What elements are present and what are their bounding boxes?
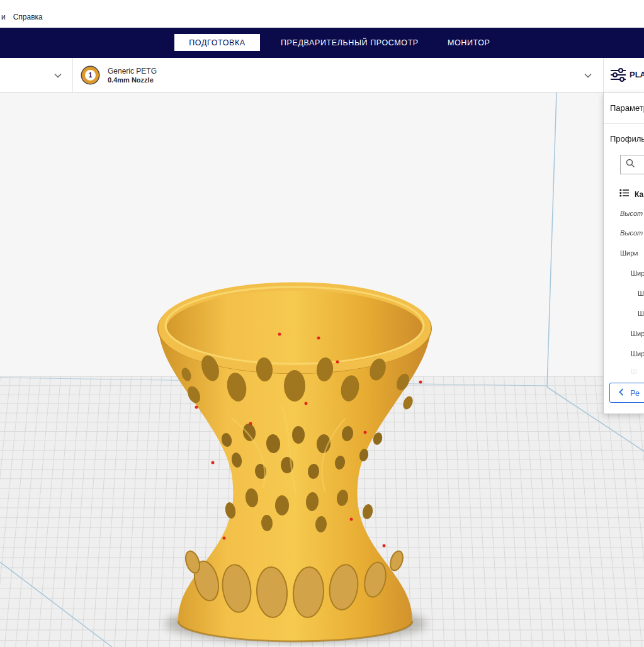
- setting-row[interactable]: Ш: [638, 310, 644, 317]
- settings-category-quality[interactable]: Ка: [619, 188, 643, 200]
- configuration-bar: 1 Generic PETG 0.4mm Nozzle PLA: [0, 58, 644, 93]
- material-dropdown-chevron-down-icon[interactable]: [584, 73, 592, 78]
- material-name[interactable]: Generic PETG: [108, 67, 157, 76]
- print-settings-panel: Параметр Профиль Ка Высот Вы: [603, 93, 644, 414]
- panel-divider: [604, 123, 644, 124]
- setting-row[interactable]: Шир: [631, 350, 644, 357]
- search-icon: [626, 159, 635, 171]
- settings-list-fade: [604, 356, 644, 380]
- config-bar-divider: [603, 58, 604, 92]
- tab-prepare[interactable]: ПОДГОТОВКА: [174, 34, 260, 51]
- settings-category-label: Ка: [635, 190, 643, 199]
- tab-preview[interactable]: ПРЕДВАРИТЕЛЬНЫЙ ПРОСМОТР: [281, 28, 419, 58]
- setting-row[interactable]: Шир: [631, 330, 644, 337]
- print-settings-sliders-icon[interactable]: [610, 68, 626, 84]
- recommended-mode-button[interactable]: Ре: [609, 383, 644, 403]
- chevron-left-icon: [619, 388, 624, 398]
- setting-row[interactable]: Шири: [620, 249, 638, 257]
- profile-label[interactable]: Профиль: [610, 134, 644, 143]
- stage-tab-bar: ПОДГОТОВКА ПРЕДВАРИТЕЛЬНЫЙ ПРОСМОТР МОНИ…: [0, 28, 644, 58]
- settings-panel-title: Параметр: [610, 103, 644, 113]
- menu-item-truncated[interactable]: и: [0, 11, 8, 23]
- settings-search-input[interactable]: [620, 155, 644, 174]
- viewport-3d[interactable]: [0, 93, 644, 647]
- setting-row[interactable]: Ш: [638, 290, 644, 297]
- voronoi-vase-model[interactable]: [156, 274, 436, 646]
- extruder-icon[interactable]: 1: [82, 67, 99, 84]
- tab-monitor[interactable]: МОНИТОР: [448, 28, 490, 58]
- recommended-button-label: Ре: [630, 388, 640, 398]
- setting-row[interactable]: Высот: [620, 229, 643, 237]
- setting-row[interactable]: Шир: [631, 269, 644, 277]
- print-settings-button-label[interactable]: PLA: [630, 70, 644, 79]
- extruder-number: 1: [89, 72, 93, 79]
- quality-category-icon: [619, 188, 630, 200]
- printer-dropdown-chevron-down-icon[interactable]: [54, 73, 62, 78]
- cura-application-window: { "menu": { "items": ["и", "Справка"] },…: [0, 0, 644, 647]
- nozzle-size-label[interactable]: 0.4mm Nozzle: [108, 76, 154, 84]
- setting-row[interactable]: Ш: [631, 368, 637, 375]
- menu-bar: и Справка: [0, 0, 644, 28]
- setting-row[interactable]: Высот: [620, 210, 643, 217]
- menu-item-help[interactable]: Справка: [8, 11, 48, 23]
- config-bar-divider: [72, 58, 73, 92]
